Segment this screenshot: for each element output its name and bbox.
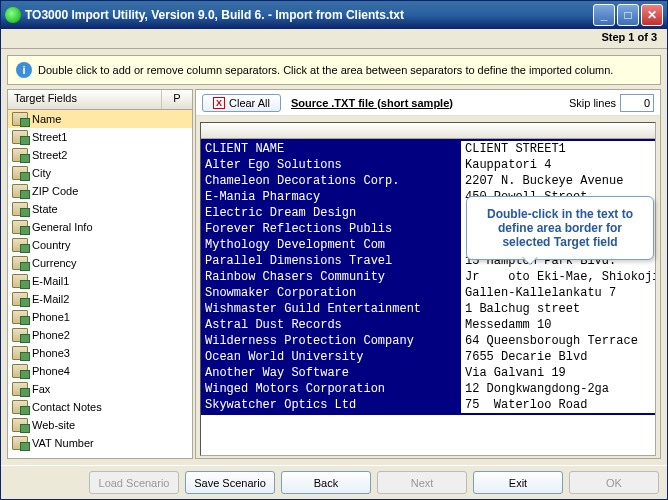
data-row[interactable]: Skywatcher Optics Ltd75 Waterloo Road — [201, 397, 656, 413]
cell-a: Electric Dream Design — [201, 205, 461, 221]
cell-b: 64 Queensborough Terrace — [461, 333, 656, 349]
field-icon — [12, 418, 28, 432]
maximize-button[interactable]: □ — [617, 4, 639, 26]
cell-a: Parallel Dimensions Travel — [201, 253, 461, 269]
skip-lines-group: Skip lines — [569, 94, 654, 112]
field-label: Phone2 — [32, 329, 70, 341]
data-row[interactable]: Rainbow Chasers CommunityJr oto Eki-Mae,… — [201, 269, 656, 285]
app-icon — [5, 7, 21, 23]
skip-lines-input[interactable] — [620, 94, 654, 112]
data-row[interactable]: Another Way SoftwareVia Galvani 19 — [201, 365, 656, 381]
field-row-street1[interactable]: Street1 — [8, 128, 192, 146]
column-ruler[interactable] — [201, 123, 656, 139]
cell-a: Ocean World University — [201, 349, 461, 365]
field-icon — [12, 112, 28, 126]
header-p-column[interactable]: P — [162, 90, 192, 109]
field-row-phone4[interactable]: Phone4 — [8, 362, 192, 380]
field-row-phone2[interactable]: Phone2 — [8, 326, 192, 344]
info-banner: i Double click to add or remove column s… — [7, 55, 661, 85]
source-file-label: Source .TXT file (short sample) — [291, 97, 453, 109]
field-label: Phone1 — [32, 311, 70, 323]
ok-button[interactable]: OK — [569, 471, 659, 494]
field-label: City — [32, 167, 51, 179]
target-fields-header: Target Fields P — [8, 90, 192, 110]
data-row[interactable]: Winged Motors Corporation12 Dongkwangdon… — [201, 381, 656, 397]
cell-b: Messedamm 10 — [461, 317, 656, 333]
field-row-currency[interactable]: Currency — [8, 254, 192, 272]
field-label: VAT Number — [32, 437, 94, 449]
field-icon — [12, 436, 28, 450]
field-row-e-mail2[interactable]: E-Mail2 — [8, 290, 192, 308]
data-row[interactable]: Chameleon Decorations Corp.2207 N. Bucke… — [201, 173, 656, 189]
field-label: Web-site — [32, 419, 75, 431]
cell-a: Skywatcher Optics Ltd — [201, 397, 461, 413]
info-text: Double click to add or remove column sep… — [38, 64, 613, 76]
field-row-city[interactable]: City — [8, 164, 192, 182]
hint-tooltip: Double-click in the text to define area … — [466, 196, 654, 260]
field-label: General Info — [32, 221, 93, 233]
field-icon — [12, 400, 28, 414]
field-row-name[interactable]: Name — [8, 110, 192, 128]
next-button[interactable]: Next — [377, 471, 467, 494]
source-panel: X Clear All Source .TXT file (short samp… — [195, 89, 661, 459]
back-button[interactable]: Back — [281, 471, 371, 494]
window-title: TO3000 Import Utility, Version 9.0, Buil… — [25, 8, 591, 22]
field-icon — [12, 274, 28, 288]
field-icon — [12, 166, 28, 180]
field-icon — [12, 292, 28, 306]
cell-b: 12 Dongkwangdong-2ga — [461, 381, 656, 397]
minimize-button[interactable]: _ — [593, 4, 615, 26]
data-row[interactable]: Snowmaker CorporationGallen-Kallelankatu… — [201, 285, 656, 301]
header-target-fields[interactable]: Target Fields — [8, 90, 162, 109]
field-icon — [12, 202, 28, 216]
close-button[interactable]: ✕ — [641, 4, 663, 26]
field-icon — [12, 382, 28, 396]
field-row-phone3[interactable]: Phone3 — [8, 344, 192, 362]
data-content[interactable]: CLIENT NAMECLIENT STREET1Alter Ego Solut… — [201, 139, 656, 415]
field-row-zip-code[interactable]: ZIP Code — [8, 182, 192, 200]
load-scenario-button[interactable]: Load Scenario — [89, 471, 179, 494]
field-row-web-site[interactable]: Web-site — [8, 416, 192, 434]
field-row-phone1[interactable]: Phone1 — [8, 308, 192, 326]
cell-a: Forever Reflections Publis — [201, 221, 461, 237]
field-label: E-Mail2 — [32, 293, 69, 305]
field-icon — [12, 256, 28, 270]
cell-b: 7655 Decarie Blvd — [461, 349, 656, 365]
data-header-row: CLIENT NAMECLIENT STREET1 — [201, 141, 656, 157]
field-row-general-info[interactable]: General Info — [8, 218, 192, 236]
data-row[interactable]: Wishmaster Guild Entertainment1 Balchug … — [201, 301, 656, 317]
field-row-e-mail1[interactable]: E-Mail1 — [8, 272, 192, 290]
field-row-fax[interactable]: Fax — [8, 380, 192, 398]
field-icon — [12, 220, 28, 234]
info-icon: i — [16, 62, 32, 78]
save-scenario-button[interactable]: Save Scenario — [185, 471, 275, 494]
field-icon — [12, 346, 28, 360]
field-row-contact-notes[interactable]: Contact Notes — [8, 398, 192, 416]
cell-a: Wilderness Protection Company — [201, 333, 461, 349]
field-label: Contact Notes — [32, 401, 102, 413]
field-icon — [12, 310, 28, 324]
field-label: Name — [32, 113, 61, 125]
target-fields-panel: Target Fields P NameStreet1Street2CityZI… — [7, 89, 193, 459]
content-area: i Double click to add or remove column s… — [1, 49, 667, 465]
data-row[interactable]: Alter Ego SolutionsKauppatori 4 — [201, 157, 656, 173]
data-row[interactable]: Ocean World University7655 Decarie Blvd — [201, 349, 656, 365]
target-fields-list[interactable]: NameStreet1Street2CityZIP CodeStateGener… — [8, 110, 192, 458]
field-label: Street1 — [32, 131, 67, 143]
cell-b: Kauppatori 4 — [461, 157, 656, 173]
data-scroll[interactable]: CLIENT NAMECLIENT STREET1Alter Ego Solut… — [200, 122, 656, 456]
data-row[interactable]: Wilderness Protection Company64 Queensbo… — [201, 333, 656, 349]
clear-all-button[interactable]: X Clear All — [202, 94, 281, 112]
field-row-vat-number[interactable]: VAT Number — [8, 434, 192, 452]
clear-all-label: Clear All — [229, 97, 270, 109]
exit-button[interactable]: Exit — [473, 471, 563, 494]
field-row-street2[interactable]: Street2 — [8, 146, 192, 164]
field-label: Street2 — [32, 149, 67, 161]
field-label: ZIP Code — [32, 185, 78, 197]
data-row[interactable]: Astral Dust RecordsMessedamm 10 — [201, 317, 656, 333]
field-row-country[interactable]: Country — [8, 236, 192, 254]
field-label: Phone4 — [32, 365, 70, 377]
field-label: Country — [32, 239, 71, 251]
cell-b: 75 Waterloo Road — [461, 397, 656, 413]
field-row-state[interactable]: State — [8, 200, 192, 218]
